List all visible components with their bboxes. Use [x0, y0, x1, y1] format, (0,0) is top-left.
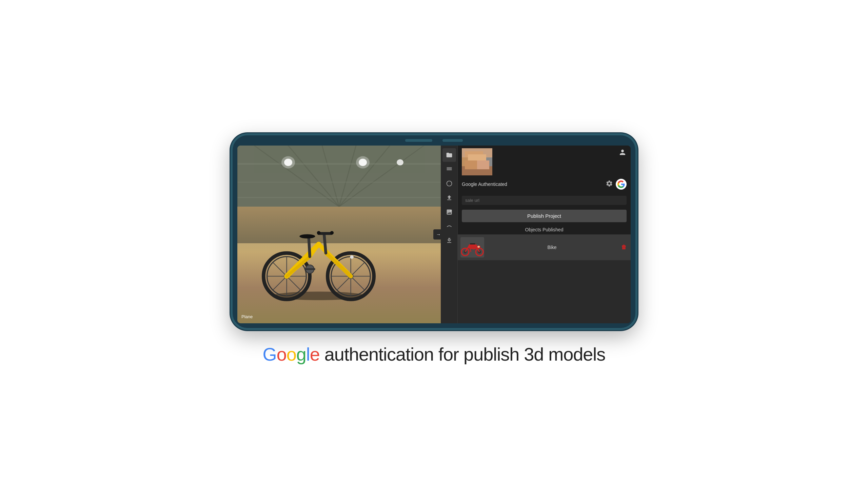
svg-point-11	[281, 156, 295, 169]
publish-section: Publish Project	[458, 207, 631, 225]
profile-top	[462, 148, 627, 175]
svg-point-13	[356, 156, 370, 169]
phone-frame: Plane →	[230, 133, 638, 330]
avatar	[462, 148, 492, 175]
top-pill-1	[405, 139, 432, 142]
account-icon[interactable]	[618, 148, 627, 158]
phone-screen: Plane →	[237, 145, 631, 323]
o1-letter: o	[277, 344, 286, 364]
add-image-tool-button[interactable]	[442, 205, 456, 219]
e-letter: e	[310, 344, 320, 364]
delete-bike-button[interactable]: 🗑	[620, 243, 628, 252]
export-tool-button[interactable]	[442, 234, 456, 247]
settings-icon[interactable]	[605, 180, 613, 189]
objects-list: Bike 🗑	[458, 234, 631, 323]
objects-section: Objects Published	[458, 225, 631, 323]
phone-top-bar	[232, 135, 636, 145]
object-name-bike: Bike	[488, 245, 616, 250]
svg-line-43	[309, 237, 310, 257]
top-pill-2	[442, 139, 463, 142]
object-item-bike[interactable]: Bike 🗑	[458, 234, 631, 261]
svg-line-39	[324, 233, 326, 253]
objects-header-text: Objects Published	[458, 225, 631, 234]
svg-point-51	[446, 181, 452, 186]
caption-rest: authentication for publish 3d models	[320, 344, 605, 364]
svg-point-44	[299, 234, 315, 238]
folder-tool-button[interactable]	[442, 148, 456, 162]
right-panel: Google Authenticated	[458, 145, 631, 323]
g2-letter: g	[296, 344, 306, 364]
top-right-icons	[618, 148, 627, 158]
svg-point-14	[397, 159, 403, 166]
svg-point-42	[330, 231, 334, 235]
google-icon[interactable]	[616, 179, 627, 189]
profile-section: Google Authenticated	[458, 145, 631, 194]
bottom-caption: Google authentication for publish 3d mod…	[263, 344, 605, 365]
svg-point-41	[317, 231, 321, 235]
texture-tool-button[interactable]	[442, 162, 456, 176]
g-letter: G	[263, 344, 277, 364]
auth-row: Google Authenticated	[462, 178, 627, 191]
settings-google-row	[605, 179, 627, 189]
upload-tool-button[interactable]	[442, 191, 456, 205]
effects-tool-button[interactable]	[442, 220, 456, 233]
viewport[interactable]: Plane →	[237, 145, 441, 323]
page-wrapper: Plane →	[0, 0, 868, 498]
bike-thumbnail	[460, 237, 484, 258]
expand-button[interactable]: →	[433, 229, 441, 239]
o2-letter: o	[286, 344, 296, 364]
publish-project-button[interactable]: Publish Project	[462, 210, 627, 222]
motorcycle-svg	[460, 238, 484, 257]
toolbar	[441, 145, 458, 323]
sale-url-input[interactable]	[462, 196, 627, 205]
auth-status-text: Google Authenticated	[462, 182, 507, 187]
svg-point-47	[350, 255, 353, 259]
url-section	[458, 194, 631, 207]
bicycle-svg	[248, 190, 390, 306]
l-letter: l	[306, 344, 310, 364]
object-tool-button[interactable]	[442, 177, 456, 190]
viewport-label: Plane	[241, 314, 253, 319]
